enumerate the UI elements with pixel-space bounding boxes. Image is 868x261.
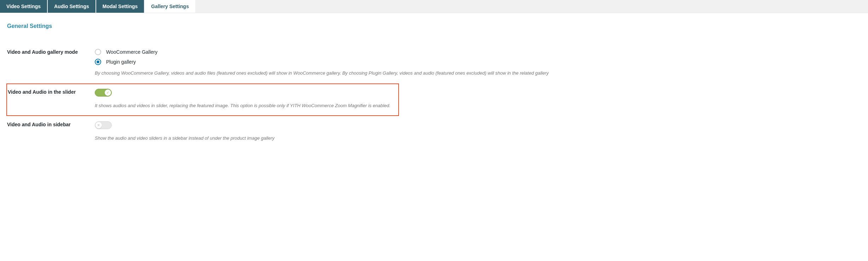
slider-label: Video and Audio in the slider [7, 89, 95, 96]
sidebar-description: Show the audio and video sliders in a si… [95, 135, 861, 141]
tab-modal-settings[interactable]: Modal Settings [96, 0, 145, 13]
setting-slider-highlighted: Video and Audio in the slider ✓ It shows… [6, 83, 399, 116]
slider-description: It shows audios and videos in slider, re… [95, 103, 398, 109]
radio-label: Plugin gallery [106, 59, 136, 65]
toggle-knob: ✓ [105, 89, 111, 96]
sidebar-label: Video and Audio in sidebar [7, 121, 95, 128]
tab-audio-settings[interactable]: Audio Settings [48, 0, 96, 13]
x-icon: ✕ [97, 124, 100, 127]
slider-control: ✓ It shows audios and videos in slider, … [95, 89, 398, 109]
section-title: General Settings [7, 23, 861, 29]
gallery-mode-radio-group: WooCommerce Gallery Plugin gallery [95, 49, 861, 65]
gallery-mode-label: Video and Audio gallery mode [7, 49, 95, 56]
radio-label: WooCommerce Gallery [106, 49, 157, 55]
tabs-bar: Video Settings Audio Settings Modal Sett… [0, 0, 868, 13]
setting-sidebar: Video and Audio in sidebar ✕ Show the au… [7, 116, 861, 149]
radio-plugin-gallery[interactable]: Plugin gallery [95, 59, 861, 65]
gallery-mode-control: WooCommerce Gallery Plugin gallery By ch… [95, 49, 861, 76]
toggle-knob: ✕ [96, 122, 102, 128]
tab-gallery-settings[interactable]: Gallery Settings [145, 0, 196, 13]
gallery-mode-description: By choosing WooCommerce Gallery, videos … [95, 70, 861, 76]
settings-content: General Settings Video and Audio gallery… [0, 13, 868, 156]
check-icon: ✓ [106, 91, 109, 94]
radio-woocommerce-gallery[interactable]: WooCommerce Gallery [95, 49, 861, 55]
radio-icon [95, 49, 101, 55]
tab-video-settings[interactable]: Video Settings [0, 0, 48, 13]
setting-gallery-mode: Video and Audio gallery mode WooCommerce… [7, 44, 861, 83]
radio-icon [95, 59, 101, 65]
sidebar-control: ✕ Show the audio and video sliders in a … [95, 121, 861, 141]
slider-toggle[interactable]: ✓ [95, 89, 112, 97]
sidebar-toggle[interactable]: ✕ [95, 121, 112, 129]
